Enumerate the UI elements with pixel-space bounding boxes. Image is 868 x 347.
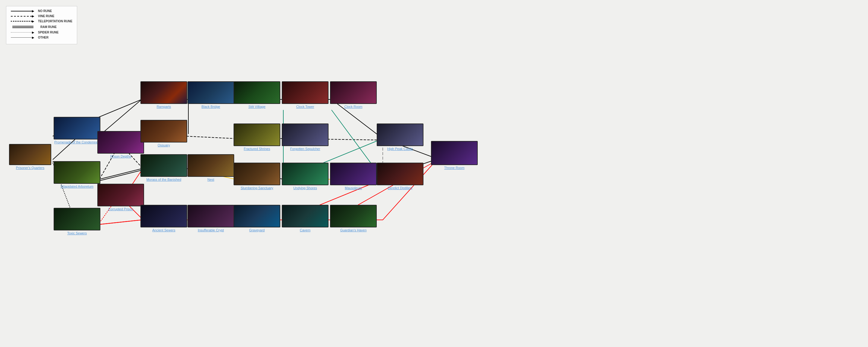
node-img-dilapidated	[54, 161, 100, 184]
node-img-insufferable-crypt	[187, 205, 234, 227]
node-throne-room[interactable]: Throne Room	[431, 141, 478, 169]
svg-line-10	[99, 220, 142, 224]
node-forgotten-sepulcher[interactable]: Forgotten Sepulcher	[282, 124, 329, 151]
node-label-graveyard: Graveyard	[249, 228, 265, 232]
node-label-undying-shores: Undying Shores	[293, 186, 317, 190]
node-high-peak-castle[interactable]: High Peak Castle	[377, 124, 424, 151]
node-label-toxic-sewers: Toxic Sewers	[67, 231, 87, 235]
svg-line-3	[99, 99, 142, 135]
node-prisoners-quarters[interactable]: Prisoner's Quarters	[9, 144, 51, 169]
node-label-mausoleum: Mausoleum	[345, 186, 362, 190]
connections-svg	[0, 0, 868, 347]
node-img-prison-depths	[97, 131, 144, 154]
node-label-cavern: Cavern	[300, 228, 310, 232]
legend-no-rune: ▶ NO RUNE	[11, 9, 72, 13]
node-graveyard[interactable]: Graveyard	[234, 205, 280, 232]
node-mausoleum[interactable]: Mausoleum	[330, 163, 377, 190]
legend-spider-rune-label: SPIDER RUNE	[38, 31, 59, 34]
node-label-forgotten-sepulcher: Forgotten Sepulcher	[290, 147, 320, 151]
node-img-forgotten-sepulcher	[282, 124, 329, 146]
node-label-derelict-distillery: Derelict Distillery	[388, 186, 412, 190]
node-img-stilt-village	[234, 81, 280, 104]
node-img-derelict-distillery	[377, 163, 424, 185]
node-label-clock-tower: Clock Tower	[296, 105, 314, 108]
node-img-clock-tower	[282, 81, 329, 104]
legend-spider-rune: ▶ SPIDER RUNE	[11, 31, 72, 34]
legend: ▶ NO RUNE ▶ VINE RUNE ▶ TELEPORTATION RU…	[6, 6, 77, 44]
node-img-high-peak-castle	[377, 124, 424, 146]
svg-line-8	[99, 170, 142, 181]
node-label-corrupted-prison: Corrupted Prison	[108, 207, 133, 211]
node-slumbering-sanctuary[interactable]: Slumbering Sanctuary	[234, 163, 280, 190]
node-label-prisoners-quarters: Prisoner's Quarters	[16, 166, 44, 169]
node-label-stilt-village: Stilt Villiage	[248, 105, 266, 108]
node-label-clock-room: Clock Room	[344, 105, 363, 108]
legend-vine-rune: ▶ VINE RUNE	[11, 14, 72, 18]
node-toxic-sewers[interactable]: Toxic Sewers	[54, 208, 100, 235]
node-corrupted-prison[interactable]: Corrupted Prison	[97, 184, 144, 211]
node-guardians-haven[interactable]: Guardian's Haven	[330, 205, 377, 232]
node-black-bridge[interactable]: Black Bridge	[187, 81, 234, 108]
node-img-black-bridge	[187, 81, 234, 104]
node-label-black-bridge: Black Bridge	[202, 105, 220, 108]
node-label-ossuary: Ossuary	[158, 144, 170, 147]
node-img-graveyard	[234, 205, 280, 227]
node-cavern[interactable]: Cavern	[282, 205, 329, 232]
node-img-mausoleum	[330, 163, 377, 185]
node-label-slumbering-sanctuary: Slumbering Sanctuary	[241, 186, 273, 190]
node-ramparts[interactable]: Ramparts	[141, 81, 187, 108]
node-img-promenade	[54, 117, 100, 139]
node-img-undying-shores	[282, 163, 329, 185]
legend-no-rune-label: NO RUNE	[38, 9, 52, 13]
node-img-prisoners-quarters	[9, 144, 51, 165]
node-derelict-distillery[interactable]: Derelict Distillery	[377, 163, 424, 190]
node-img-ancient-sewers	[141, 205, 187, 227]
node-img-morass	[141, 154, 187, 177]
node-img-corrupted-prison	[97, 184, 144, 206]
legend-other: ▶ OTHER	[11, 36, 72, 39]
node-img-slumbering-sanctuary	[234, 163, 280, 185]
node-img-ossuary	[141, 120, 187, 143]
node-label-throne-room: Throne Room	[444, 166, 464, 169]
node-morass[interactable]: Morass of the Banished	[141, 154, 187, 181]
node-insufferable-crypt[interactable]: Insufferable Crypt	[187, 205, 234, 232]
legend-teleportation-rune-label: TELEPORTATION RUNE	[38, 20, 72, 23]
legend-teleportation-rune: ▶ TELEPORTATION RUNE	[11, 20, 72, 23]
legend-other-label: OTHER	[38, 36, 49, 39]
node-img-toxic-sewers	[54, 208, 100, 230]
node-nest[interactable]: Nest	[187, 154, 234, 181]
node-img-clock-room	[330, 81, 377, 104]
node-label-nest: Nest	[207, 178, 214, 181]
node-img-guardians-haven	[330, 205, 377, 227]
node-img-nest	[187, 154, 234, 177]
node-ossuary[interactable]: Ossuary	[141, 120, 187, 147]
node-label-insufferable-crypt: Insufferable Crypt	[198, 228, 224, 232]
node-img-fractured-shrines	[234, 124, 280, 146]
node-label-ramparts: Ramparts	[157, 105, 171, 108]
node-label-fractured-shrines: Fractured Shrines	[244, 147, 270, 151]
node-label-guardians-haven: Guardian's Haven	[340, 228, 367, 232]
node-label-morass: Morass of the Banished	[147, 178, 181, 181]
node-stilt-village[interactable]: Stilt Villiage	[234, 81, 280, 108]
node-ancient-sewers[interactable]: Ancient Sewers	[141, 205, 187, 232]
node-prison-depths[interactable]: Prison Depths	[97, 131, 144, 158]
node-undying-shores[interactable]: Undying Shores	[282, 163, 329, 190]
node-clock-room[interactable]: Clock Room	[330, 81, 377, 108]
node-label-ancient-sewers: Ancient Sewers	[152, 228, 175, 232]
node-clock-tower[interactable]: Clock Tower	[282, 81, 329, 108]
node-label-prison-depths: Prison Depths	[110, 155, 131, 158]
node-label-promenade: Promenade of the Condemned	[54, 140, 99, 144]
node-dilapidated[interactable]: Dilapidated Arboretum	[54, 161, 100, 188]
node-label-dilapidated: Dilapidated Arboretum	[61, 185, 93, 188]
node-promenade[interactable]: Promenade of the Condemned	[54, 117, 100, 144]
node-img-ramparts	[141, 81, 187, 104]
node-fractured-shrines[interactable]: Fractured Shrines	[234, 124, 280, 151]
map-container: ▶ NO RUNE ▶ VINE RUNE ▶ TELEPORTATION RU…	[0, 0, 868, 347]
node-label-high-peak-castle: High Peak Castle	[387, 147, 413, 151]
node-img-throne-room	[431, 141, 478, 165]
node-img-cavern	[282, 205, 329, 227]
legend-vine-rune-label: VINE RUNE	[38, 14, 54, 18]
legend-ram-rune-label: RAM RUNE	[40, 25, 57, 29]
legend-ram-rune: RAM RUNE	[11, 25, 72, 29]
